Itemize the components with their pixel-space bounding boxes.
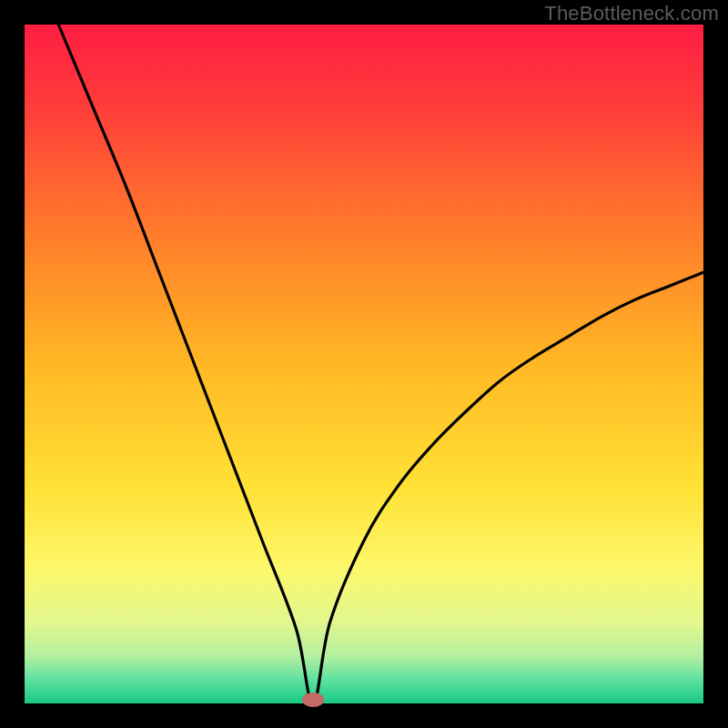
bottleneck-chart: [0, 0, 728, 728]
watermark-text: TheBottleneck.com: [544, 2, 719, 25]
minimum-marker: [302, 693, 324, 707]
chart-frame: TheBottleneck.com: [0, 0, 728, 728]
plot-background: [25, 25, 703, 703]
